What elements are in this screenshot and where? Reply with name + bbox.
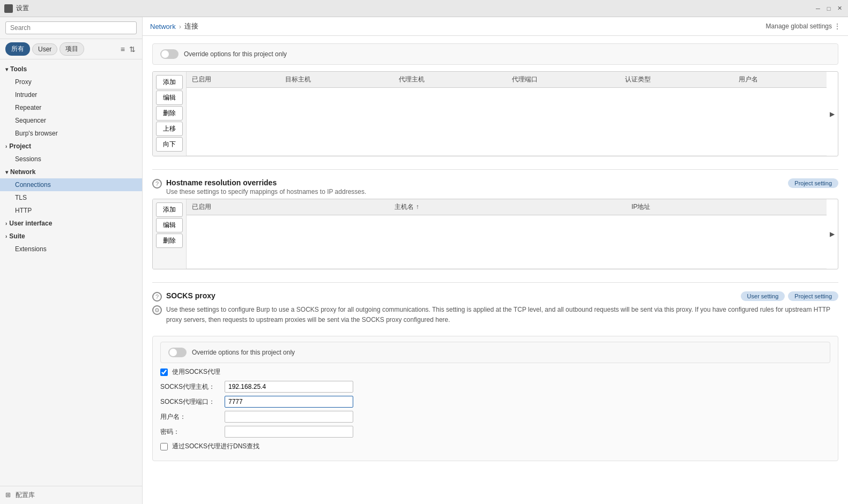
sidebar-item-tls[interactable]: TLS: [0, 191, 142, 204]
sort-desc-icon[interactable]: ⇅: [128, 44, 137, 55]
move-down-upstream-button[interactable]: 向下: [156, 137, 183, 152]
hostname-resolution-table: 已启用 主机名 ↑ IP地址: [187, 199, 827, 269]
content-area: Override options for this project only 添…: [143, 36, 848, 504]
topbar-actions: Manage global settings ⋮: [766, 22, 840, 30]
dns-socks-label: 通过SOCKS代理进行DNS查找: [172, 442, 259, 451]
upstream-proxy-section: Override options for this project only 添…: [152, 43, 838, 156]
socks-project-setting-badge[interactable]: Project setting: [788, 291, 838, 301]
edit-upstream-button[interactable]: 编辑: [156, 91, 183, 105]
tab-project[interactable]: 项目: [59, 42, 84, 56]
sidebar-tabs: 所有 User 项目 ≡ ⇅: [0, 39, 142, 59]
upstream-proxy-toggle-label: Override options for this project only: [184, 50, 287, 58]
sidebar-item-proxy[interactable]: Proxy: [0, 76, 142, 88]
minimize-button[interactable]: ─: [814, 4, 822, 13]
chevron-right-icon-2: ›: [5, 221, 7, 227]
chevron-down-icon: ▾: [5, 66, 8, 72]
socks-info-icon: ?: [152, 292, 162, 302]
nav-group-suite-label: Suite: [9, 232, 25, 240]
tab-all[interactable]: 所有: [5, 42, 30, 56]
socks-proxy-desc: Use these settings to configure Burp to …: [166, 305, 838, 325]
manage-global-settings-more-icon[interactable]: ⋮: [834, 22, 840, 30]
socks-password-row: 密码：: [160, 426, 830, 438]
hostname-resolution-table-with-buttons: 添加 编辑 删除 已启用 主机名 ↑ IP地址: [153, 199, 838, 269]
socks-override-toggle[interactable]: [168, 348, 187, 357]
sidebar-item-sessions[interactable]: Sessions: [0, 153, 142, 166]
breadcrumb-separator: ›: [179, 22, 181, 31]
chevron-down-icon-2: ▾: [5, 169, 8, 175]
socks-inner-card: Override options for this project only 使…: [152, 336, 838, 461]
sort-asc-icon[interactable]: ≡: [120, 44, 126, 55]
titlebar-title: 设置: [16, 4, 29, 13]
sort-controls: ≡ ⇅: [120, 44, 137, 55]
nav-group-project-header[interactable]: › Project: [0, 140, 142, 153]
nav-group-user-interface-header[interactable]: › User interface: [0, 217, 142, 230]
socks-user-setting-badge[interactable]: User setting: [741, 291, 785, 301]
upstream-proxy-toggle[interactable]: [160, 49, 178, 59]
hostname-resolution-buttons: 添加 编辑 删除: [153, 199, 187, 269]
col-hr-hostname: 主机名 ↑: [389, 199, 626, 215]
dns-checkbox-row: 通过SOCKS代理进行DNS查找: [160, 442, 830, 451]
use-socks-checkbox[interactable]: [160, 368, 168, 376]
table-row: [187, 88, 827, 156]
socks-user-input[interactable]: [225, 411, 353, 423]
nav-group-suite: › Suite Extensions: [0, 230, 142, 255]
table-row: [187, 215, 827, 269]
dns-socks-checkbox[interactable]: [160, 443, 168, 450]
maximize-button[interactable]: □: [824, 4, 833, 13]
nav-group-network-label: Network: [10, 168, 35, 176]
close-button[interactable]: ✕: [835, 4, 844, 13]
hostname-resolution-table-container: 添加 编辑 删除 已启用 主机名 ↑ IP地址: [152, 199, 838, 269]
sidebar-item-connections[interactable]: Connections: [0, 178, 142, 191]
hostname-resolution-header: ? Hostname resolution overrides Use thes…: [152, 178, 838, 195]
hostname-resolution-project-setting-badge[interactable]: Project setting: [788, 178, 838, 188]
socks-setting-badges: User setting Project setting: [741, 291, 838, 301]
add-upstream-button[interactable]: 添加: [156, 75, 183, 89]
add-hostname-button[interactable]: 添加: [156, 202, 183, 217]
col-hr-ip: IP地址: [626, 199, 827, 215]
main-content: Network › 连接 Manage global settings ⋮ Ov…: [143, 17, 848, 504]
manage-global-settings-button[interactable]: Manage global settings: [766, 22, 832, 30]
nav-group-suite-header[interactable]: › Suite: [0, 230, 142, 243]
socks-host-label: SOCKS代理主机：: [160, 382, 225, 392]
hostname-resolution-title-area: ? Hostname resolution overrides Use thes…: [152, 178, 366, 195]
sidebar-item-burps-browser[interactable]: Burp's browser: [0, 127, 142, 140]
upstream-proxy-table-with-buttons: 添加 编辑 删除 上移 向下 已启用 目标主机 代理主机: [153, 72, 838, 156]
sidebar-item-sequencer[interactable]: Sequencer: [0, 114, 142, 127]
move-up-upstream-button[interactable]: 上移: [156, 122, 183, 136]
sidebar-item-extensions[interactable]: Extensions: [0, 243, 142, 255]
nav-group-tools-header[interactable]: ▾ Tools: [0, 63, 142, 76]
nav-group-network-header[interactable]: ▾ Network: [0, 166, 142, 178]
search-input[interactable]: [5, 21, 137, 34]
divider-2: [152, 282, 838, 283]
socks-override-toggle-row: Override options for this project only: [160, 342, 830, 363]
col-target-host: 目标主机: [280, 72, 393, 88]
socks-host-input[interactable]: [225, 381, 353, 393]
delete-upstream-button[interactable]: 删除: [156, 106, 183, 121]
socks-port-label: SOCKS代理端口：: [160, 397, 225, 407]
divider-1: [152, 169, 838, 170]
nav-group-network: ▾ Network Connections TLS HTTP: [0, 166, 142, 217]
sidebar-item-intruder[interactable]: Intruder: [0, 88, 142, 101]
socks-host-row: SOCKS代理主机：: [160, 381, 830, 393]
tab-user[interactable]: User: [32, 43, 57, 55]
edit-hostname-button[interactable]: 编辑: [156, 218, 183, 232]
sidebar-item-repeater[interactable]: Repeater: [0, 101, 142, 114]
topbar: Network › 连接 Manage global settings ⋮: [143, 17, 848, 36]
nav-group-tools: ▾ Tools Proxy Intruder Repeater Sequence…: [0, 63, 142, 140]
upstream-proxy-table-buttons: 添加 编辑 删除 上移 向下: [153, 72, 187, 156]
breadcrumb-network[interactable]: Network: [150, 22, 176, 31]
breadcrumb: Network › 连接: [150, 21, 198, 31]
socks-password-input[interactable]: [225, 426, 353, 438]
sidebar-search-container: [0, 17, 142, 39]
nav-group-tools-label: Tools: [10, 65, 27, 73]
sidebar-item-http[interactable]: HTTP: [0, 204, 142, 217]
delete-hostname-button[interactable]: 删除: [156, 234, 183, 248]
chevron-right-icon: ›: [5, 144, 7, 149]
socks-override-toggle-label: Override options for this project only: [192, 349, 295, 356]
config-library-label: 配置库: [16, 491, 35, 499]
titlebar: 设置 ─ □ ✕: [0, 0, 848, 17]
socks-port-input[interactable]: [225, 396, 353, 408]
config-library[interactable]: ⊞ 配置库: [0, 486, 142, 504]
socks-proxy-header: ? SOCKS proxy User setting Project setti…: [152, 291, 838, 302]
socks-desc-row: ⚙ Use these settings to configure Burp t…: [152, 305, 838, 330]
